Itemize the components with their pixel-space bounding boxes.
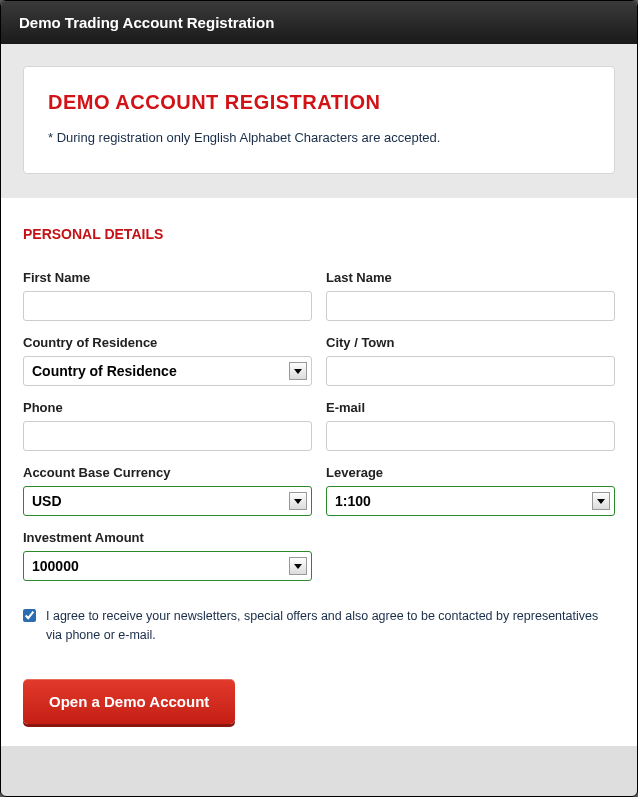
leverage-select[interactable]: 1:100 <box>326 486 615 516</box>
field-phone: Phone <box>23 400 312 451</box>
country-label: Country of Residence <box>23 335 312 350</box>
email-input[interactable] <box>326 421 615 451</box>
notice-title: DEMO ACCOUNT REGISTRATION <box>48 91 590 114</box>
chevron-down-icon <box>592 492 610 510</box>
field-email: E-mail <box>326 400 615 451</box>
notice-text: * During registration only English Alpha… <box>48 130 590 145</box>
window-titlebar: Demo Trading Account Registration <box>1 1 637 44</box>
country-value: Country of Residence <box>32 363 177 379</box>
section-title: PERSONAL DETAILS <box>23 226 615 242</box>
amount-select[interactable]: 100000 <box>23 551 312 581</box>
currency-select[interactable]: USD <box>23 486 312 516</box>
form-content: PERSONAL DETAILS First Name Last Name Co… <box>1 198 637 746</box>
phone-label: Phone <box>23 400 312 415</box>
svg-marker-3 <box>294 564 302 569</box>
open-demo-account-button[interactable]: Open a Demo Account <box>23 679 235 724</box>
leverage-value: 1:100 <box>335 493 371 509</box>
currency-label: Account Base Currency <box>23 465 312 480</box>
phone-input[interactable] <box>23 421 312 451</box>
city-input[interactable] <box>326 356 615 386</box>
submit-row: Open a Demo Account <box>23 679 615 724</box>
country-select[interactable]: Country of Residence <box>23 356 312 386</box>
field-country: Country of Residence Country of Residenc… <box>23 335 312 386</box>
form-grid: First Name Last Name Country of Residenc… <box>23 270 615 581</box>
last-name-input[interactable] <box>326 291 615 321</box>
amount-label: Investment Amount <box>23 530 312 545</box>
window-title: Demo Trading Account Registration <box>19 14 274 31</box>
field-leverage: Leverage 1:100 <box>326 465 615 516</box>
notice-box: DEMO ACCOUNT REGISTRATION * During regis… <box>23 66 615 174</box>
svg-marker-2 <box>597 499 605 504</box>
svg-marker-1 <box>294 499 302 504</box>
chevron-down-icon <box>289 557 307 575</box>
chevron-down-icon <box>289 492 307 510</box>
currency-value: USD <box>32 493 62 509</box>
field-first-name: First Name <box>23 270 312 321</box>
amount-value: 100000 <box>32 558 79 574</box>
submit-label: Open a Demo Account <box>49 693 209 710</box>
email-label: E-mail <box>326 400 615 415</box>
field-last-name: Last Name <box>326 270 615 321</box>
city-label: City / Town <box>326 335 615 350</box>
svg-marker-0 <box>294 369 302 374</box>
leverage-label: Leverage <box>326 465 615 480</box>
first-name-label: First Name <box>23 270 312 285</box>
chevron-down-icon <box>289 362 307 380</box>
agree-text: I agree to receive your newsletters, spe… <box>46 607 615 645</box>
notice-area: DEMO ACCOUNT REGISTRATION * During regis… <box>1 44 637 198</box>
field-currency: Account Base Currency USD <box>23 465 312 516</box>
last-name-label: Last Name <box>326 270 615 285</box>
field-city: City / Town <box>326 335 615 386</box>
registration-window: Demo Trading Account Registration DEMO A… <box>0 0 638 797</box>
agree-checkbox[interactable] <box>23 608 36 623</box>
agree-row: I agree to receive your newsletters, spe… <box>23 607 615 645</box>
first-name-input[interactable] <box>23 291 312 321</box>
field-amount: Investment Amount 100000 <box>23 530 312 581</box>
